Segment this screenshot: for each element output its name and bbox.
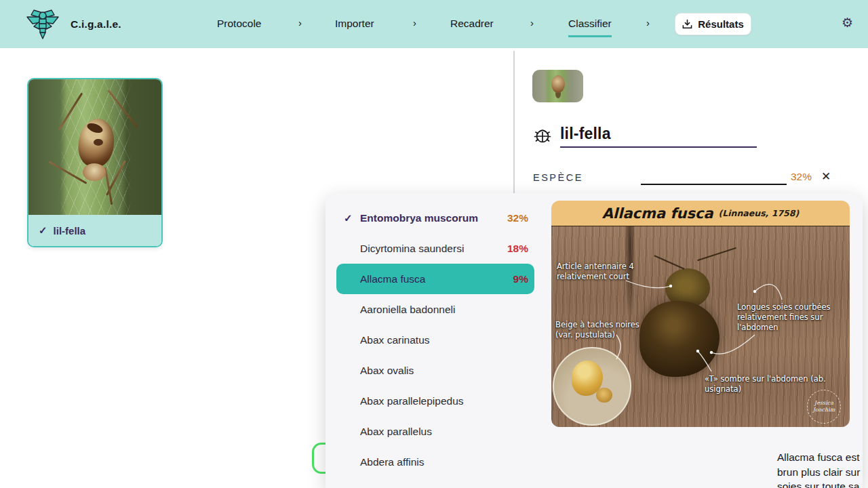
- confidence-badge: 32%: [791, 171, 812, 183]
- brand-name: C.i.g.a.l.e.: [71, 18, 121, 30]
- species-option[interactable]: Abdera flexuosa: [336, 477, 534, 488]
- species-field-label: ESPÈCE: [533, 172, 583, 183]
- chevron-icon: ›: [413, 17, 416, 28]
- app-canvas: C.i.g.a.l.e. Protocole › Importer › Reca…: [0, 0, 868, 488]
- annotation-t-mark: «T» sombre sur l'abdomen (ab. usignata): [705, 374, 833, 394]
- results-button[interactable]: Résultats: [675, 13, 751, 35]
- species-option[interactable]: Abax carinatus: [336, 325, 534, 355]
- photographer-watermark: Jessica Joachim: [807, 390, 841, 424]
- species-option-name: Aaroniella badonneli: [360, 304, 455, 316]
- species-option[interactable]: Abax parallelus: [336, 416, 534, 447]
- step-protocole[interactable]: Protocole: [217, 18, 261, 30]
- species-option[interactable]: Abax ovalis: [336, 355, 534, 386]
- species-banner-authority: (Linnaeus, 1758): [719, 208, 800, 218]
- species-option-name: Entomobrya muscorum: [360, 212, 478, 224]
- species-description: Allacma fusca est de couleur brun foncé …: [777, 450, 863, 488]
- species-option[interactable]: Abax parallelepipedus: [336, 386, 534, 416]
- gallery-item-label: lil-fella: [54, 225, 86, 237]
- results-button-label: Résultats: [698, 18, 744, 30]
- species-option-percent: 9%: [513, 273, 528, 285]
- annotation-beige: Beige à taches noires (var. pustulata): [555, 320, 657, 340]
- species-input-underline[interactable]: [641, 184, 787, 185]
- settings-gear-icon[interactable]: ⚙: [842, 16, 853, 29]
- species-banner: Allacma fusca (Linnaeus, 1758): [551, 201, 850, 226]
- species-detail-card: Allacma fusca (Linnaeus, 1758): [551, 201, 850, 427]
- brand: C.i.g.a.l.e.: [24, 8, 121, 40]
- download-icon: [682, 19, 692, 29]
- species-option[interactable]: Aaroniella badonneli: [336, 294, 534, 325]
- check-icon: ✓: [39, 224, 47, 237]
- species-option-name: Abax parallelepipedus: [360, 395, 464, 407]
- chevron-icon: ›: [646, 17, 650, 28]
- inspector-thumbnail[interactable]: [532, 70, 583, 102]
- inset-circle-photo: [553, 347, 631, 426]
- species-option-name: Abdera affinis: [360, 456, 425, 468]
- chevron-icon: ›: [298, 17, 302, 28]
- name-input-underline: [560, 146, 757, 148]
- species-option[interactable]: Allacma fusca9%: [336, 264, 534, 294]
- species-suggestion-popover: ✓Entomobrya muscorum32%Dicyrtomina saund…: [326, 193, 863, 488]
- species-option[interactable]: Abdera affinis: [336, 447, 534, 477]
- cicada-logo-icon: [24, 9, 61, 40]
- top-navigation-bar: C.i.g.a.l.e. Protocole › Importer › Reca…: [0, 0, 868, 48]
- species-banner-title: Allacma fusca: [602, 205, 713, 222]
- annotation-setae: Longues soies courbées relativement fine…: [737, 302, 839, 333]
- species-option-percent: 18%: [507, 243, 528, 255]
- step-importer[interactable]: Importer: [335, 18, 374, 30]
- species-option-name: Dicyrtomina saundersi: [360, 243, 464, 255]
- step-recadrer[interactable]: Recadrer: [450, 18, 494, 30]
- panel-divider: [513, 51, 515, 193]
- species-option-name: Abax carinatus: [360, 334, 430, 346]
- species-option-name: Abax ovalis: [360, 365, 414, 377]
- close-icon[interactable]: ✕: [821, 169, 831, 184]
- species-option-name: Abax parallelus: [360, 426, 432, 438]
- annotation-antenna: Article antennaire 4 relativement court: [557, 262, 652, 282]
- selected-check-icon: ✓: [344, 212, 353, 224]
- chevron-icon: ›: [530, 17, 534, 28]
- step-classifier-active[interactable]: Classifier: [568, 18, 612, 37]
- species-option-name: Allacma fusca: [360, 273, 425, 285]
- gallery-card-footer: ✓ lil-fella: [28, 215, 161, 246]
- species-option-percent: 32%: [507, 212, 528, 224]
- spider-mini-figure: [551, 75, 565, 93]
- species-option[interactable]: ✓Entomobrya muscorum32%: [336, 203, 534, 233]
- gallery-photo-card[interactable]: ✓ lil-fella: [27, 78, 163, 247]
- bug-icon: [533, 126, 552, 145]
- spider-photo: [28, 79, 161, 216]
- spider-figure: [66, 106, 125, 195]
- species-option[interactable]: Dicyrtomina saundersi18%: [336, 233, 534, 264]
- individual-name-title[interactable]: lil-fella: [560, 125, 611, 143]
- species-list: ✓Entomobrya muscorum32%Dicyrtomina saund…: [326, 203, 534, 488]
- species-reference-photo: Article antennaire 4 relativement court …: [551, 226, 850, 427]
